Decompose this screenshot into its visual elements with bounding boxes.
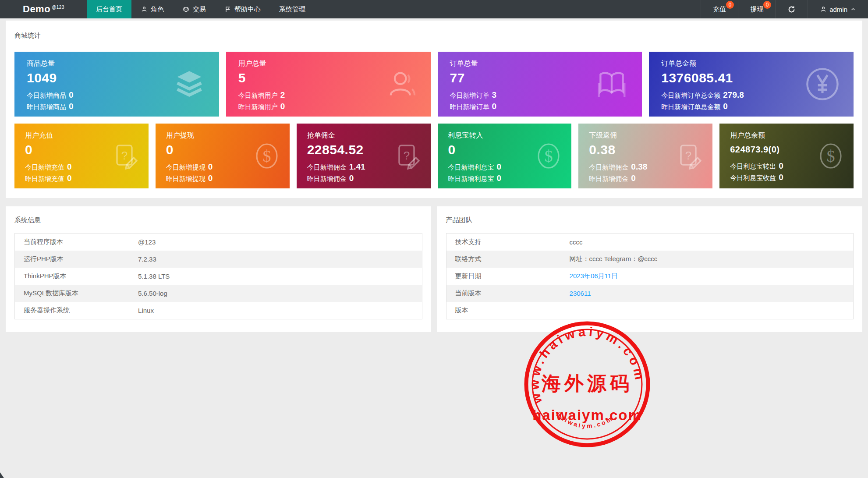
info-panels-row: 系统信息 当前程序版本 @123 运行PHP版本 7.2.33 ThinkPHP… bbox=[6, 206, 862, 332]
product-team-table: 技术支持 cccc 联络方式 网址：cccc Telegram：@cccc 更新… bbox=[446, 233, 854, 319]
stat-line-label: 昨日新增订单 bbox=[450, 103, 489, 110]
stat-line-value: 0 bbox=[69, 102, 74, 111]
stat-line-value: 0.38 bbox=[631, 162, 647, 171]
info-value: 5.6.50-log bbox=[133, 285, 422, 302]
stat-line: 昨日新增利息宝0 bbox=[448, 173, 564, 184]
info-row: 当前版本 230611 bbox=[446, 285, 854, 302]
stat-line-label: 昨日新增利息宝 bbox=[448, 175, 494, 182]
logo-text: Demo bbox=[23, 4, 50, 15]
recharge-button[interactable]: 充值 0 bbox=[701, 0, 738, 18]
svg-text:$: $ bbox=[827, 147, 835, 165]
haiwaiym-stamp-watermark: www.haiwaiym.com 海外源码 haiwaiym.com haiwa… bbox=[521, 319, 653, 450]
main-menu: 后台首页 角色 交易 帮 bbox=[87, 0, 315, 18]
stat-line: 昨日新增充值0 bbox=[25, 173, 141, 184]
stat-line-value: 0 bbox=[631, 173, 636, 183]
current-version-link[interactable]: 230611 bbox=[564, 285, 854, 302]
stats-panel-title: 商城统计 bbox=[14, 32, 854, 40]
update-date-link[interactable]: 2023年06月11日 bbox=[564, 268, 854, 285]
info-row: MySQL数据库版本 5.6.50-log bbox=[15, 285, 422, 302]
stat-line-value: 0 bbox=[280, 102, 285, 111]
menu-item-help-center[interactable]: 帮助中心 bbox=[215, 0, 270, 18]
stat-line-label: 今日新增提现 bbox=[166, 163, 205, 171]
stat-line: 昨日新增佣金0 bbox=[589, 173, 705, 184]
stat-line-label: 今日新增佣金 bbox=[307, 163, 347, 171]
info-label: 技术支持 bbox=[446, 234, 564, 251]
stamp-inner-ring bbox=[532, 329, 642, 439]
dollar-circle-icon: $ bbox=[535, 142, 563, 170]
recharge-label: 充值 bbox=[713, 5, 726, 14]
stat-line-label: 今日新增充值 bbox=[25, 163, 64, 171]
menu-label: 交易 bbox=[193, 5, 206, 14]
top-navbar: Demo @123 后台首页 角色 交易 bbox=[0, 0, 868, 18]
stat-title: 用户充值 bbox=[25, 131, 141, 140]
info-row: 更新日期 2023年06月11日 bbox=[446, 268, 854, 285]
info-label: 当前程序版本 bbox=[15, 234, 133, 251]
navbar-right: 充值 0 提现 0 admin bbox=[701, 0, 868, 18]
stat-line-label: 今日利息宝收益 bbox=[730, 174, 776, 181]
svg-text:?: ? bbox=[121, 149, 128, 162]
info-label: ThinkPHP版本 bbox=[15, 268, 133, 285]
svg-text:?: ? bbox=[403, 149, 409, 162]
stat-line-label: 今日新增订单总金额 bbox=[661, 92, 720, 99]
menu-item-system-admin[interactable]: 系统管理 bbox=[270, 0, 315, 18]
info-row: 运行PHP版本 7.2.33 bbox=[15, 251, 422, 268]
flag-icon bbox=[224, 6, 231, 13]
stat-card-goods-total: 商品总量 1049 今日新增商品0 昨日新增商品0 bbox=[14, 52, 219, 117]
menu-item-home[interactable]: 后台首页 bbox=[87, 0, 131, 18]
stat-line-value: 0 bbox=[497, 162, 502, 171]
chevron-up-icon bbox=[850, 6, 856, 12]
info-value: 网址：cccc Telegram：@cccc bbox=[564, 251, 854, 268]
stat-card-orders-total: 订单总量 77 今日新增订单3 昨日新增订单0 bbox=[438, 52, 642, 117]
stat-line-value: 0 bbox=[69, 90, 74, 99]
refresh-button[interactable] bbox=[775, 0, 808, 18]
small-stat-row: 用户充值 0 今日新增充值0 昨日新增充值0 ? 用户提现 0 今日新增提现0 … bbox=[14, 124, 854, 188]
stat-card-user-withdraw: 用户提现 0 今日新增提现0 昨日新增提现0 $ bbox=[156, 124, 290, 188]
menu-label: 帮助中心 bbox=[234, 5, 261, 14]
big-stat-row: 商品总量 1049 今日新增商品0 昨日新增商品0 用户总量 5 今日新增用户2… bbox=[14, 52, 854, 117]
info-label: MySQL数据库版本 bbox=[15, 285, 133, 302]
system-info-table: 当前程序版本 @123 运行PHP版本 7.2.33 ThinkPHP版本 5.… bbox=[14, 233, 422, 319]
info-value: Linux bbox=[133, 302, 422, 319]
user-menu[interactable]: admin bbox=[808, 0, 868, 18]
product-team-panel: 产品团队 技术支持 cccc 联络方式 网址：cccc Telegram：@cc… bbox=[437, 206, 863, 332]
doc-question-icon: ? bbox=[112, 142, 140, 170]
system-info-panel: 系统信息 当前程序版本 @123 运行PHP版本 7.2.33 ThinkPHP… bbox=[6, 206, 431, 332]
stat-line-label: 昨日新增商品 bbox=[27, 103, 66, 110]
stat-line: 昨日新增订单0 bbox=[450, 101, 632, 112]
stat-card-user-recharge: 用户充值 0 今日新增充值0 昨日新增充值0 ? bbox=[14, 124, 149, 188]
stat-line: 昨日新增用户0 bbox=[238, 101, 420, 112]
stat-line-value: 3 bbox=[492, 90, 497, 99]
menu-item-trade[interactable]: 交易 bbox=[173, 0, 215, 18]
doc-question-icon: ? bbox=[394, 142, 422, 170]
info-label: 更新日期 bbox=[446, 268, 564, 285]
stat-line-label: 今日新增商品 bbox=[27, 92, 66, 99]
stat-line-value: 0 bbox=[497, 173, 502, 183]
stat-line-label: 今日利息宝转出 bbox=[730, 163, 776, 170]
scales-icon bbox=[182, 6, 190, 13]
stamp-center-text: 海外源码 bbox=[541, 372, 633, 394]
stat-line-value: 0 bbox=[349, 173, 354, 183]
info-value: @123 bbox=[133, 234, 422, 251]
book-icon bbox=[595, 67, 629, 101]
menu-label: 角色 bbox=[151, 5, 164, 14]
stamp-outer-ring bbox=[526, 323, 648, 445]
info-label: 当前版本 bbox=[446, 285, 564, 302]
info-value: 5.1.38 LTS bbox=[133, 268, 422, 285]
recharge-badge: 0 bbox=[726, 1, 734, 9]
withdraw-button[interactable]: 提现 0 bbox=[738, 0, 775, 18]
svg-text:$: $ bbox=[262, 147, 271, 165]
stamp-bottom-text: haiwaiym.com bbox=[555, 411, 615, 430]
stat-line-value: 0 bbox=[779, 173, 783, 182]
stat-title: 用户提现 bbox=[166, 131, 282, 140]
user-icon bbox=[820, 6, 827, 13]
stat-line-label: 今日新增佣金 bbox=[589, 163, 628, 171]
app-logo: Demo @123 bbox=[0, 0, 87, 18]
stat-line: 昨日新增订单总金额0 bbox=[661, 101, 843, 112]
stat-title: 抢单佣金 bbox=[307, 131, 423, 140]
stat-line-label: 昨日新增充值 bbox=[25, 175, 64, 182]
menu-label: 系统管理 bbox=[279, 5, 305, 14]
stat-title: 利息宝转入 bbox=[448, 131, 564, 140]
stat-title: 用户总余额 bbox=[730, 131, 846, 140]
stat-card-sub-rebate: 下级返佣 0.38 今日新增佣金0.38 昨日新增佣金0 ? bbox=[578, 124, 712, 188]
menu-item-roles[interactable]: 角色 bbox=[131, 0, 173, 18]
